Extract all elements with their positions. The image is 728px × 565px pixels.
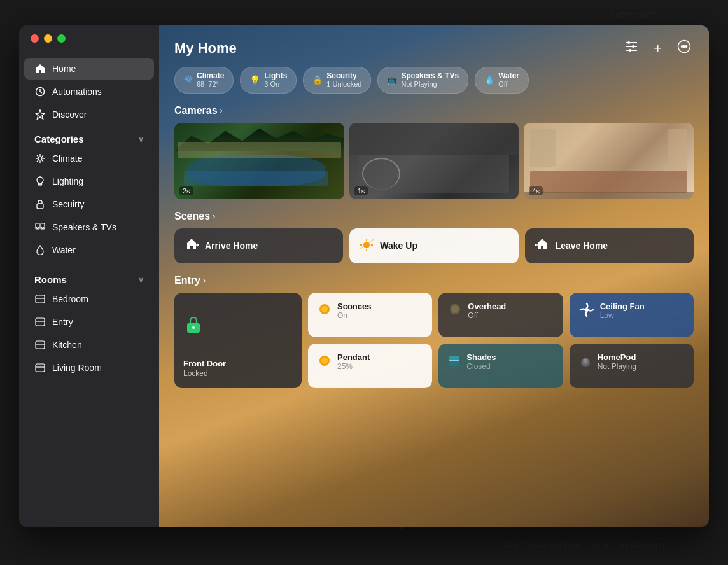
cam1-label: 2s xyxy=(179,186,193,195)
cameras-section-header[interactable]: Cameras › xyxy=(159,102,709,123)
sidebar-label-kitchen: Kitchen xyxy=(52,340,82,350)
scenes-section-header[interactable]: Scenes › xyxy=(159,208,709,228)
sidebar-item-discover[interactable]: Discover xyxy=(24,104,154,125)
device-homepod[interactable]: HomePod Not Playing xyxy=(570,344,694,388)
entry-devices-grid: Front Door Locked Sco xyxy=(159,293,709,394)
kategorien-annotation: Kategorien xyxy=(609,9,658,20)
sconces-icon xyxy=(317,302,332,321)
sidebar-item-bedroom[interactable]: Bedroom xyxy=(24,288,154,310)
scenes-arrow-icon: › xyxy=(213,211,215,221)
cameras-row: 2s 1s 4s xyxy=(159,123,709,208)
ceiling-fan-icon xyxy=(578,302,595,321)
pill-speakers-icon: 📺 xyxy=(387,75,397,85)
homepod-text: HomePod Not Playing xyxy=(598,352,636,372)
svg-point-34 xyxy=(681,46,682,47)
camera-2[interactable]: 1s xyxy=(349,123,519,199)
categories-chevron-icon: ∨ xyxy=(138,135,144,144)
svg-point-32 xyxy=(629,49,631,52)
arrive-home-icon xyxy=(185,237,199,255)
sidebar-item-speakers[interactable]: Speakers & TVs xyxy=(24,216,154,238)
svg-point-18 xyxy=(42,227,44,229)
category-pills: Climate 68–72° 💡 Lights 3 On 🔒 Security xyxy=(159,67,709,102)
app-window: Home Automations Discover Categories ∨ xyxy=(19,25,709,527)
categories-section-header[interactable]: Categories ∨ xyxy=(24,126,154,147)
sidebar-item-kitchen[interactable]: Kitchen xyxy=(24,334,154,356)
front-door-icon xyxy=(183,314,293,340)
pill-security[interactable]: 🔒 Security 1 Unlocked xyxy=(303,67,371,94)
clock-icon xyxy=(34,86,46,97)
camera-3[interactable]: 4s xyxy=(524,123,694,199)
sidebar-item-entry[interactable]: Entry xyxy=(24,311,154,333)
header: My Home + xyxy=(159,25,709,67)
ceiling-fan-text: Ceiling Fan Low xyxy=(600,302,645,321)
pill-lights[interactable]: 💡 Lights 3 On xyxy=(240,67,297,94)
scene-arrive-home[interactable]: Arrive Home xyxy=(174,228,343,263)
device-ceiling-fan[interactable]: Ceiling Fan Low xyxy=(570,293,694,337)
add-button[interactable]: + xyxy=(651,38,664,59)
rooms-section-header[interactable]: Rooms ∨ xyxy=(24,267,154,288)
cam3-floor xyxy=(524,192,694,199)
sconces-text: Sconces On xyxy=(337,302,371,321)
svg-point-56 xyxy=(321,306,328,312)
sidebar-item-home[interactable]: Home xyxy=(24,58,154,80)
pill-lights-text: Lights 3 On xyxy=(264,71,287,89)
equalizer-button[interactable] xyxy=(622,38,641,58)
svg-point-30 xyxy=(627,41,630,44)
svg-point-2 xyxy=(38,157,42,160)
sidebar-label-lighting: Lighting xyxy=(52,176,83,186)
pill-speakers[interactable]: 📺 Speakers & TVs Not Playing xyxy=(377,67,468,94)
minimize-button[interactable] xyxy=(44,34,52,43)
svg-point-54 xyxy=(192,326,195,329)
scene-leave-home-label: Leave Home xyxy=(556,241,608,251)
pendant-text: Pendant 25% xyxy=(337,352,370,372)
categories-label: Categories xyxy=(34,134,84,144)
cameras-title: Cameras xyxy=(174,105,218,116)
pill-security-text: Security 1 Unlocked xyxy=(326,71,361,89)
sidebar-item-automations[interactable]: Automations xyxy=(24,81,154,102)
sidebar-item-lighting[interactable]: Lighting xyxy=(24,171,154,192)
cam3-mirror xyxy=(530,129,556,167)
svg-rect-63 xyxy=(449,356,459,361)
pill-lights-icon: 💡 xyxy=(249,75,260,85)
front-door-text: Front Door Locked xyxy=(183,359,293,379)
sidebar-item-water[interactable]: Water xyxy=(24,239,154,261)
pill-water-text: Water Off xyxy=(498,71,519,89)
svg-line-45 xyxy=(186,81,187,82)
pill-climate-text: Climate 68–72° xyxy=(197,71,224,89)
pill-speakers-text: Speakers & TVs Not Playing xyxy=(401,71,459,89)
lock-icon xyxy=(34,199,46,210)
leave-home-icon xyxy=(535,237,549,255)
cam3-couch xyxy=(530,171,687,193)
sidebar-item-security[interactable]: Secuirty xyxy=(24,193,154,215)
overhead-text: Overhead Off xyxy=(468,302,506,321)
svg-rect-14 xyxy=(37,204,43,209)
more-button[interactable] xyxy=(675,37,694,59)
svg-rect-15 xyxy=(36,223,39,229)
device-front-door[interactable]: Front Door Locked xyxy=(174,293,302,388)
device-overhead[interactable]: Overhead Off xyxy=(438,293,563,337)
climate-icon xyxy=(34,153,46,164)
entry-title: Entry xyxy=(174,275,200,286)
maximize-button[interactable] xyxy=(57,34,66,43)
sidebar-item-living-room[interactable]: Living Room xyxy=(24,357,154,379)
svg-point-58 xyxy=(452,306,458,312)
device-sconces[interactable]: Sconces On xyxy=(308,293,432,337)
sidebar-item-climate[interactable]: Climate xyxy=(24,148,154,169)
sidebar: Home Automations Discover Categories ∨ xyxy=(19,25,159,527)
scene-wake-up[interactable]: Wake Up xyxy=(349,228,518,263)
cam2-bike-wheel xyxy=(362,158,400,190)
traffic-lights xyxy=(31,34,66,43)
scenes-row: Arrive Home Wake Up xyxy=(159,228,709,272)
scene-wake-up-label: Wake Up xyxy=(380,241,417,251)
entry-section-header[interactable]: Entry › xyxy=(159,272,709,293)
scene-leave-home[interactable]: Leave Home xyxy=(525,228,694,263)
overhead-icon xyxy=(447,302,463,321)
pill-water[interactable]: 💧 Water Off xyxy=(475,67,529,94)
close-button[interactable] xyxy=(31,34,39,43)
pill-climate[interactable]: Climate 68–72° xyxy=(174,67,234,94)
device-shades[interactable]: Shades Closed xyxy=(438,344,563,388)
device-pendant[interactable]: Pendant 25% xyxy=(308,344,432,388)
svg-line-7 xyxy=(37,155,38,157)
camera-1[interactable]: 2s xyxy=(174,123,344,199)
svg-line-8 xyxy=(42,160,43,162)
